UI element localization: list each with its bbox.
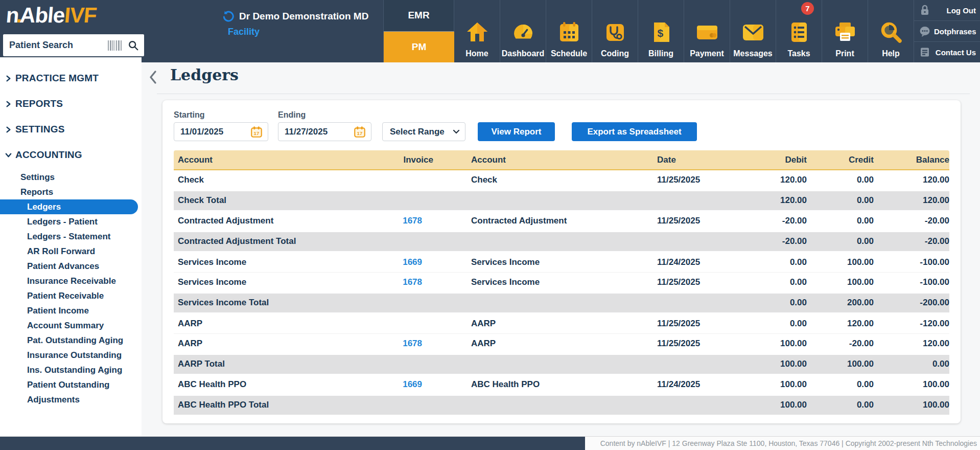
sidebar-section-accounting[interactable]: ACCOUNTING	[0, 142, 142, 168]
total-row: ABC Health PPO Total100.000.00100.00	[174, 395, 949, 415]
cell-date: 11/25/2025	[654, 170, 746, 190]
main-content: Ledgers Starting 17 Ending 17	[142, 62, 980, 436]
cell-date	[654, 292, 746, 313]
filter-controls: Starting 17 Ending 17 Select R	[174, 110, 949, 141]
sidebar-item-account-summary[interactable]: Account Summary	[0, 318, 142, 333]
cell-date: 11/25/2025	[654, 313, 746, 333]
sidebar-section-reports[interactable]: REPORTS	[0, 91, 142, 117]
cell-account: ABC Health PPO Total	[174, 395, 393, 415]
cell-invoice: 1669	[393, 252, 433, 272]
export-spreadsheet-button[interactable]: Export as Spreadsheet	[572, 122, 697, 141]
patient-search-input[interactable]	[9, 40, 108, 51]
sidebar-section-label: REPORTS	[15, 98, 63, 109]
search-icon[interactable]	[128, 40, 139, 51]
sidebar-item-patient-income[interactable]: Patient Income	[0, 303, 142, 318]
sidebar-item-ins-outstanding-aging[interactable]: Ins. Outstanding Aging	[0, 363, 142, 377]
sidebar-section-label: PRACTICE MGMT	[15, 73, 99, 84]
calendar-icon[interactable]: 17	[250, 125, 263, 139]
cell-balance: -120.00	[874, 313, 949, 333]
invoice-link[interactable]: 1669	[403, 379, 422, 389]
cell-balance: -100.00	[874, 272, 949, 292]
cell-invoice	[393, 190, 433, 211]
sidebar-item-ar-roll-forward[interactable]: AR Roll Forward	[0, 244, 142, 259]
nav-messages[interactable]: Messages	[730, 0, 776, 62]
cell-debit: 120.00	[746, 170, 807, 190]
footer-text: Content by nAbleIVF | 12 Greenway Plaza …	[600, 437, 977, 450]
sidebar-item-adjustments[interactable]: Adjustments	[0, 392, 142, 407]
table-row: CheckCheck11/25/2025120.000.00120.00	[174, 170, 949, 190]
sidebar-item-reports[interactable]: Reports	[0, 185, 142, 199]
invoice-link[interactable]: 1678	[403, 339, 422, 348]
ending-date-input[interactable]	[285, 127, 341, 137]
quick-links: Log OutDotphrasesContact Us	[914, 0, 980, 62]
cell-credit: 120.00	[807, 313, 874, 333]
total-row: Services Income Total0.00200.00-200.00	[174, 292, 949, 313]
help-icon	[879, 15, 903, 49]
nav-billing[interactable]: $Billing	[638, 0, 684, 62]
lock-icon	[919, 4, 931, 16]
nav-label: Payment	[690, 49, 724, 58]
view-report-button[interactable]: View Report	[478, 122, 555, 141]
column-header-invoice: Invoice	[393, 150, 433, 170]
invoice-link[interactable]: 1678	[403, 216, 422, 226]
document-lines-icon	[919, 46, 931, 58]
cell-debit: 0.00	[746, 272, 807, 292]
quick-link-logout[interactable]: Log Out	[914, 0, 980, 21]
cell-account2	[433, 395, 654, 415]
sidebar-item-patient-outstanding[interactable]: Patient Outstanding	[0, 377, 142, 392]
cell-invoice	[393, 313, 433, 333]
sidebar-item-ledgers[interactable]: Ledgers	[0, 199, 138, 214]
cell-date: 11/25/2025	[654, 272, 746, 292]
nav-help[interactable]: Help	[868, 0, 914, 62]
sidebar-section-settings[interactable]: SETTINGS	[0, 117, 142, 142]
sidebar-item-pat-outstanding-aging[interactable]: Pat. Outstanding Aging	[0, 333, 142, 348]
invoice-link[interactable]: 1669	[403, 257, 422, 267]
nav-payment[interactable]: Payment	[684, 0, 730, 62]
total-row: Check Total120.000.00120.00	[174, 190, 949, 211]
sidebar-item-ledgers-statement[interactable]: Ledgers - Statement	[0, 229, 142, 244]
nav-label: Print	[835, 49, 854, 58]
quick-link-contactus[interactable]: Contact Us	[914, 42, 980, 62]
cell-date: 11/25/2025	[654, 333, 746, 354]
sidebar-item-ledgers-patient[interactable]: Ledgers - Patient	[0, 214, 142, 229]
calendar-icon[interactable]: 17	[353, 125, 366, 139]
quick-link-dotphrases[interactable]: Dotphrases	[914, 21, 980, 42]
nav-schedule[interactable]: Schedule	[546, 0, 592, 62]
sidebar-item-insurance-outstanding[interactable]: Insurance Outstanding	[0, 348, 142, 363]
facility-link[interactable]: Facility	[228, 27, 368, 37]
cell-credit: 100.00	[807, 354, 874, 374]
cell-date	[654, 231, 746, 252]
sidebar-collapse-button[interactable]	[146, 69, 160, 86]
sidebar-section-practice-mgmt[interactable]: PRACTICE MGMT	[0, 65, 142, 91]
quick-link-label: Dotphrases	[934, 27, 976, 36]
table-header-row: AccountInvoiceAccountDateDebitCreditBala…	[174, 150, 949, 170]
nav-home[interactable]: Home	[454, 0, 500, 62]
starting-date-input[interactable]	[180, 127, 237, 137]
sidebar-item-settings[interactable]: Settings	[0, 170, 142, 185]
nav-coding[interactable]: Coding	[592, 0, 638, 62]
tab-pm[interactable]: PM	[384, 32, 454, 63]
sidebar-item-insurance-receivable[interactable]: Insurance Receivable	[0, 274, 142, 288]
payment-icon	[695, 15, 719, 49]
select-range-dropdown[interactable]: Select Range	[382, 122, 465, 141]
sidebar-item-patient-receivable[interactable]: Patient Receivable	[0, 288, 142, 303]
nav-dashboard[interactable]: Dashboard	[500, 0, 546, 62]
cell-account2: Contracted Adjustment	[433, 211, 654, 231]
nav-print[interactable]: Print	[822, 0, 868, 62]
emr-pm-tabs: EMR PM	[383, 0, 454, 62]
refresh-icon[interactable]	[222, 10, 234, 22]
cell-credit: 100.00	[807, 272, 874, 292]
chevron-right-icon	[0, 75, 15, 82]
barcode-icon[interactable]	[108, 40, 122, 51]
nav-tasks[interactable]: 7Tasks	[776, 0, 822, 62]
cell-account2: Check	[433, 170, 654, 190]
sidebar-item-patient-advances[interactable]: Patient Advances	[0, 259, 142, 274]
cell-balance: -20.00	[874, 211, 949, 231]
table-row: AARPAARP11/25/20250.00120.00-120.00	[174, 313, 949, 333]
invoice-link[interactable]: 1678	[403, 277, 422, 287]
cell-account2: AARP	[433, 333, 654, 354]
app-logo[interactable]: n.AbleIVF	[5, 3, 98, 28]
cell-debit: 100.00	[746, 374, 807, 395]
tab-emr[interactable]: EMR	[384, 0, 454, 32]
cell-debit: 100.00	[746, 354, 807, 374]
